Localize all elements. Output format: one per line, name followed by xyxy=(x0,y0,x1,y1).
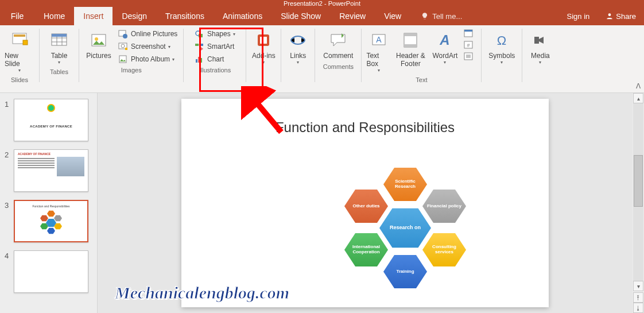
screenshot-button[interactable]: Screenshot ▾ xyxy=(116,40,180,53)
addins-button[interactable]: Add-ins ▾ xyxy=(250,28,277,67)
chevron-down-icon: ▾ xyxy=(539,60,541,65)
group-illustrations: Shapes ▾ SmartArt Chart Illustrations xyxy=(184,25,246,92)
thumbnail-slide-3[interactable]: Function and Responsibilities xyxy=(14,200,88,242)
tab-transitions[interactable]: Transitions xyxy=(156,7,214,25)
prev-slide-button[interactable]: ⭱ xyxy=(633,292,643,303)
sign-in[interactable]: Sign in xyxy=(559,7,598,25)
thumbnail-item[interactable]: 1 ACADEMY OF FINANCE xyxy=(5,99,92,141)
tab-design[interactable]: Design xyxy=(112,7,156,25)
shapes-icon xyxy=(195,29,204,38)
object-button[interactable] xyxy=(463,51,478,62)
online-pictures-button[interactable]: Online Pictures xyxy=(116,28,180,40)
thumbnail-title: ACADEMY OF FINANCE xyxy=(14,125,88,128)
tab-view[interactable]: View xyxy=(375,7,410,25)
group-comments-title: Comments xyxy=(323,62,354,71)
wordart-icon: A xyxy=(436,31,454,49)
group-links: Links ▾ xyxy=(281,25,315,92)
ribbon-tabs: File Home Insert Design Transitions Anim… xyxy=(0,7,644,25)
chevron-down-icon: ▾ xyxy=(172,57,174,62)
hex-tr[interactable]: Financial policy xyxy=(422,187,466,225)
slide-number-button[interactable]: # xyxy=(463,39,478,51)
svg-rect-13 xyxy=(119,56,126,63)
group-tables: Table ▾ Tables xyxy=(40,25,79,92)
hex-br[interactable]: Consulting services xyxy=(422,231,466,269)
tab-review[interactable]: Review xyxy=(330,7,375,25)
textbox-icon: A xyxy=(370,31,388,49)
svg-rect-2 xyxy=(14,34,25,37)
slide-canvas-area: Function and Responsibilities Research o… xyxy=(98,93,633,313)
svg-rect-19 xyxy=(198,57,200,63)
thumbnail-slide-2[interactable]: ACADEMY OF FINANCE xyxy=(14,149,88,192)
thumbnail-slide-4[interactable] xyxy=(14,250,88,293)
collapse-ribbon-button[interactable]: ᐱ xyxy=(636,82,641,90)
wordart-button[interactable]: A WordArt ▾ xyxy=(428,28,461,67)
pictures-icon xyxy=(90,31,108,49)
svg-rect-20 xyxy=(200,58,202,63)
svg-rect-16 xyxy=(195,44,199,46)
svg-rect-3 xyxy=(23,40,28,45)
scroll-up-button[interactable]: ▴ xyxy=(633,93,643,103)
new-slide-button[interactable]: New Slide ▾ xyxy=(3,28,36,75)
slide-title[interactable]: Function and Responsibilities xyxy=(181,119,549,136)
addins-icon xyxy=(254,31,273,49)
thumbnail-item[interactable]: 4 xyxy=(5,250,92,293)
tell-me[interactable]: Tell me... xyxy=(421,7,462,25)
symbols-icon: Ω xyxy=(492,31,511,49)
next-slide-button[interactable]: ⭳ xyxy=(633,303,643,313)
vertical-scrollbar[interactable]: ▴ ▾ ⭱ ⭳ xyxy=(633,93,644,313)
symbols-label: Symbols xyxy=(488,52,515,60)
hex-bottom[interactable]: Training xyxy=(383,253,427,291)
slide-canvas[interactable]: Function and Responsibilities Research o… xyxy=(181,99,549,307)
hex-center[interactable]: Research on xyxy=(379,206,431,250)
photo-album-button[interactable]: Photo Album ▾ xyxy=(116,53,180,65)
date-time-button[interactable] xyxy=(463,28,478,39)
media-icon xyxy=(531,31,549,49)
chevron-down-icon: ▾ xyxy=(233,32,235,37)
table-button[interactable]: Table ▾ xyxy=(43,28,75,67)
share-button[interactable]: Share xyxy=(598,7,644,25)
links-button[interactable]: Links ▾ xyxy=(285,28,311,67)
thumbnail-item[interactable]: 2 ACADEMY OF FINANCE xyxy=(5,149,92,192)
chevron-down-icon: ▾ xyxy=(501,60,503,65)
pictures-button[interactable]: Pictures xyxy=(83,28,115,62)
hex-bl[interactable]: International Cooperation xyxy=(344,231,388,269)
chevron-down-icon: ▾ xyxy=(168,44,170,49)
comment-button[interactable]: Comment xyxy=(319,28,358,62)
tab-slideshow[interactable]: Slide Show xyxy=(271,7,330,25)
symbols-button[interactable]: Ω Symbols ▾ xyxy=(485,28,518,67)
chevron-down-icon: ▾ xyxy=(378,68,380,73)
svg-rect-28 xyxy=(404,44,417,47)
svg-rect-17 xyxy=(200,44,203,46)
smartart-label: SmartArt xyxy=(207,42,234,51)
thumbnail-title: Function and Responsibilities xyxy=(15,201,87,209)
watermark-text: Mechanicalengblog.com xyxy=(115,283,289,303)
svg-text:#: # xyxy=(467,42,470,48)
tab-home[interactable]: Home xyxy=(34,7,74,25)
file-tab[interactable]: File xyxy=(0,7,34,25)
header-footer-button[interactable]: Header & Footer xyxy=(393,28,428,70)
smartart-icon xyxy=(195,42,204,51)
smartart-button[interactable]: SmartArt xyxy=(192,40,236,53)
svg-text:A: A xyxy=(377,35,382,44)
scroll-thumb[interactable] xyxy=(634,155,643,207)
thumbnail-slide-1[interactable]: ACADEMY OF FINANCE xyxy=(14,99,88,141)
scroll-down-button[interactable]: ▾ xyxy=(633,281,643,291)
media-button[interactable]: Media ▾ xyxy=(526,28,554,67)
group-text-title: Text xyxy=(416,75,427,84)
tab-animations[interactable]: Animations xyxy=(214,7,271,25)
textbox-button[interactable]: A Text Box ▾ xyxy=(365,28,393,75)
smartart-hexagon-cluster[interactable]: Research on Scientific Research Financia… xyxy=(331,162,480,294)
hex-top[interactable]: Scientific Research xyxy=(383,165,427,203)
group-text: A Text Box ▾ Header & Footer A WordArt ▾… xyxy=(362,25,481,92)
shapes-label: Shapes xyxy=(207,30,231,38)
group-images: Pictures Online Pictures Screenshot ▾ Ph… xyxy=(79,25,183,92)
chart-button[interactable]: Chart xyxy=(192,53,226,65)
shapes-button[interactable]: Shapes ▾ xyxy=(192,28,238,40)
hex-tl[interactable]: Other duties xyxy=(344,187,388,225)
tab-insert[interactable]: Insert xyxy=(74,7,112,25)
group-symbols: Ω Symbols ▾ xyxy=(482,25,522,92)
thumbnail-item[interactable]: 3 Function and Responsibilities xyxy=(5,200,92,242)
scroll-track[interactable] xyxy=(633,103,643,281)
pictures-label: Pictures xyxy=(86,52,111,60)
online-pictures-label: Online Pictures xyxy=(131,30,177,38)
